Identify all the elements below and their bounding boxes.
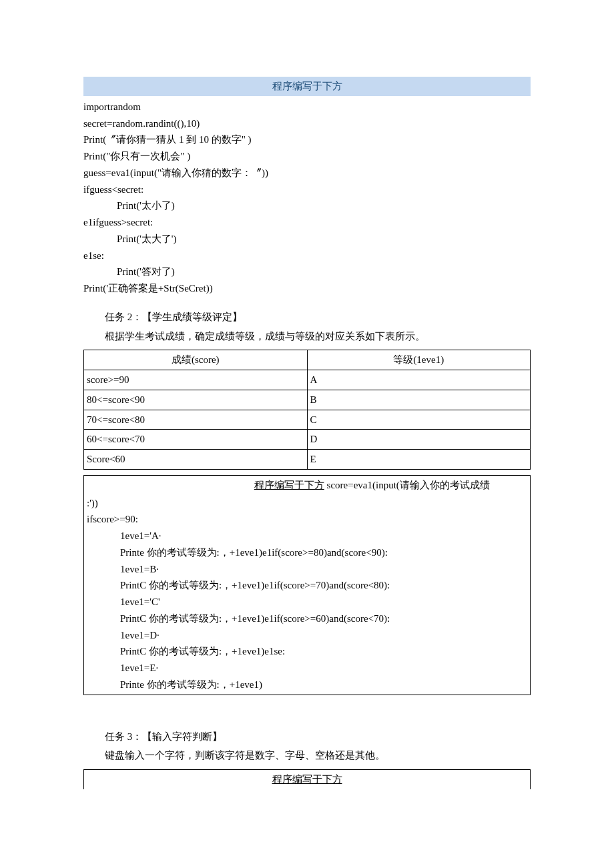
code-line: guess=eva1(input("请输入你猜的数字：〞)) [83, 165, 531, 181]
cell-score: 80<=score<90 [84, 390, 308, 410]
code-section-header-1: 程序编写于下方 [83, 77, 531, 96]
code-line: Print("你只有一次机会" ) [83, 148, 531, 165]
grade-table: 成绩(score) 等级(1eve1) score>=90 A 80<=scor… [83, 350, 531, 470]
box2-body: :')) ifscore>=90: 1eve1='A· Printe 你的考试等… [84, 494, 530, 695]
code-line: e1ifguess>secret: [83, 214, 531, 231]
code-line: PrintC 你的考试等级为:，+1eve1)e1if(score>=70)an… [87, 577, 527, 594]
code-line: 1eve1=D· [87, 627, 527, 644]
cell-level: B [307, 390, 531, 410]
cell-score: score>=90 [84, 370, 308, 390]
code-line: ifscore>=90: [87, 511, 527, 528]
task2-title: 任务 2：【学生成绩等级评定】 [83, 309, 531, 326]
cell-level: E [307, 450, 531, 470]
table-row: 80<=score<90 B [84, 390, 531, 410]
table-row: Score<60 E [84, 450, 531, 470]
code-block-1: importrandom secret=random.randint((),10… [83, 99, 531, 297]
table-header-row: 成绩(score) 等级(1eve1) [84, 350, 531, 370]
box2-header-suffix: score=eva1(input(请输入你的考试成绩 [324, 480, 490, 490]
code-line: Print('太小了) [83, 197, 531, 214]
task2-desc: 根据学生考试成绩，确定成绩等级，成绩与等级的对应关系如下表所示。 [83, 328, 531, 345]
table-row: score>=90 A [84, 370, 531, 390]
code-line: Printe 你的考试等级为:，+1eve1)e1if(score>=80)an… [87, 544, 527, 561]
table-row: 70<=score<80 C [84, 410, 531, 430]
th-level: 等级(1eve1) [307, 350, 531, 370]
code-line: PrintC 你的考试等级为:，+1eve1)e1se: [87, 643, 527, 660]
code-line: importrandom [83, 99, 531, 115]
cell-score: 60<=score<70 [84, 430, 308, 450]
cell-score: 70<=score<80 [84, 410, 308, 430]
code-line: PrintC 你的考试等级为:，+1eve1)e1if(score>=60)an… [87, 610, 527, 627]
task3-title: 任务 3：【输入字符判断】 [83, 729, 531, 745]
code-line: 1eve1=B· [87, 561, 527, 578]
code-line: Printe 你的考试等级为:，+1eve1) [87, 677, 527, 693]
code-line: ifguess<secret: [83, 181, 531, 198]
cell-level: D [307, 430, 531, 450]
code-box-2: 程序编写于下方 score=eva1(input(请输入你的考试成绩 :')) … [83, 475, 531, 695]
cell-level: A [307, 370, 531, 390]
task3-desc: 键盘输入一个字符，判断该字符是数字、字母、空格还是其他。 [83, 747, 531, 764]
code-line: Print('太大了') [83, 231, 531, 248]
header-text: 程序编写于下方 [272, 81, 342, 91]
code-line: secret=random.randint((),10) [83, 115, 531, 132]
box2-header-prefix: 程序编写于下方 [254, 480, 324, 490]
code-line: 1eve1=E· [87, 660, 527, 677]
cell-level: C [307, 410, 531, 430]
code-line: 1eve1='C' [87, 594, 527, 610]
code-line: Print('答对了) [83, 264, 531, 280]
code-line: Print(〞请你猜一猜从 1 到 10 的数字" ) [83, 131, 531, 148]
code-section-header-3: 程序编写于下方 [83, 769, 531, 789]
code-line: e1se: [83, 248, 531, 264]
table-row: 60<=score<70 D [84, 430, 531, 450]
box2-first-line: 程序编写于下方 score=eva1(input(请输入你的考试成绩 [84, 476, 530, 494]
cell-score: Score<60 [84, 450, 308, 470]
code-line: Print('正确答案是+Str(SeCret)) [83, 280, 531, 297]
code-line: 1eve1='A· [87, 528, 527, 544]
document-page: 程序编写于下方 importrandom secret=random.randi… [0, 0, 614, 868]
header-text: 程序编写于下方 [272, 774, 342, 785]
th-score: 成绩(score) [84, 350, 308, 370]
code-line: :')) [87, 495, 527, 512]
spacer [83, 707, 531, 723]
